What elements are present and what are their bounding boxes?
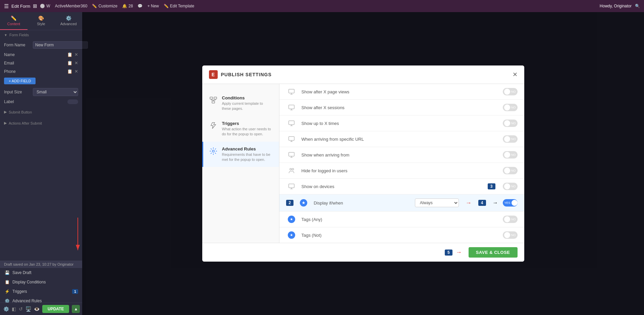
new-link[interactable]: + New bbox=[147, 4, 159, 8]
customize-link[interactable]: ✏️ Customize bbox=[92, 4, 117, 8]
edit-template-link[interactable]: ✏️ Edit Template bbox=[164, 4, 195, 8]
wp-icon[interactable]: ⚪ W bbox=[40, 4, 50, 8]
topbar-nav: ⚪ W ActiveMember360 ✏️ Customize 🔔 28 💬 … bbox=[40, 4, 597, 8]
topbar-title: Edit Form bbox=[11, 4, 30, 9]
search-icon[interactable]: 🔍 bbox=[635, 4, 640, 8]
topbar: ☰ Edit Form ⊞ ⚪ W ActiveMember360 ✏️ Cus… bbox=[0, 0, 644, 12]
chat-icon[interactable]: 💬 bbox=[138, 4, 143, 8]
grid-icon[interactable]: ⊞ bbox=[33, 3, 37, 9]
menu-icon[interactable]: ☰ bbox=[4, 3, 9, 9]
activemember-link[interactable]: ActiveMember360 bbox=[55, 4, 88, 8]
bell-count[interactable]: 🔔 28 bbox=[122, 4, 133, 8]
topbar-right: Howdy, Originator 🔍 bbox=[600, 4, 640, 8]
howdy-label: Howdy, Originator bbox=[600, 4, 632, 8]
